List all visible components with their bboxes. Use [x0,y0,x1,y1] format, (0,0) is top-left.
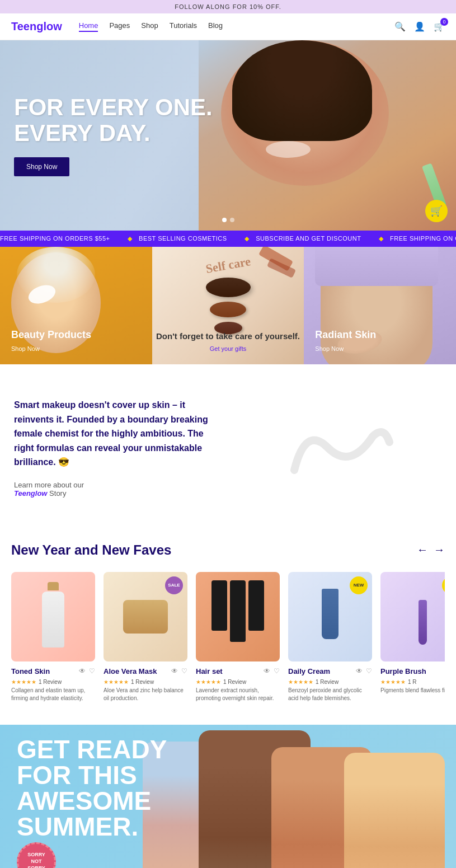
brush-visual [380,572,445,661]
nav-pages[interactable]: Pages [109,21,130,32]
compact-2 [210,302,246,317]
product-image-aloe[interactable]: SALE [104,572,187,661]
category-card-selfcare[interactable]: Self care Don't forget to take care of y… [152,247,304,364]
hero-dot-1[interactable] [222,218,227,222]
product-rating-3: ★★★★★ 1 Review [196,679,280,685]
nav-tutorials[interactable]: Tutorials [170,21,197,32]
product-name-1: Toned Skin [11,667,50,675]
ticker-item-4: FREE SHIPPING ON ORDERS $55+ [390,235,456,242]
product-desc-4: Benzoyl peroxide and glycolic acid help … [288,687,372,702]
about-section: Smart makeup doesn't cover up skin – it … [0,364,456,531]
ticker-item-1: FREE SHIPPING ON ORDERS $55+ [0,235,110,242]
product-image-brush[interactable]: NEW [380,572,445,661]
product-desc-5: Pigments blend flawless finish. [380,687,445,695]
product-header-1: Toned Skin 👁 ♡ [11,667,95,677]
wishlist-icon-4[interactable]: ♡ [366,667,372,675]
sale-badge: SALE [165,576,183,594]
summer-content: GET READY FOR THIS AWESOME SUMMER. SORRY… [0,725,184,868]
nav-home[interactable]: Home [79,21,98,32]
hero-dots [222,218,234,222]
stars-4: ★★★★★ [288,679,313,685]
wishlist-icon-3[interactable]: ♡ [274,667,280,675]
summer-line3: AWESOME [17,788,167,814]
brand-name[interactable]: Teenglow [14,489,47,498]
beauty-cta[interactable]: Shop Now [11,345,40,352]
product-actions-3: 👁 ♡ [264,667,280,675]
learn-more-label: Learn more about our [14,481,84,489]
bottle-shape-1 [42,592,64,648]
nav-arrows: ← → [417,543,445,556]
nav-links: Home Pages Shop Tutorials Blog [79,21,394,32]
logo[interactable]: Teenglow [11,20,62,33]
cart-count: 0 [440,18,448,26]
beauty-label: Beauty Products Shop Now [11,329,91,353]
wishlist-icon-2[interactable]: ♡ [181,667,187,675]
top-banner: FOLLOW ALONG FOR 10% OFF. [0,0,456,13]
new-badge-cream: NEW [350,576,368,594]
product-name-4: Daily Cream [288,667,330,675]
products-section: New Year and New Faves ← → Toned Skin 👁 … [0,531,456,725]
view-icon-4[interactable]: 👁 [356,667,363,675]
hero-smile [266,141,311,158]
view-icon-1[interactable]: 👁 [79,667,86,675]
product-header-5: Purple Brush 👁 ♡ [380,667,445,677]
product-header-4: Daily Cream 👁 ♡ [288,667,372,677]
search-icon[interactable]: 🔍 [394,21,406,32]
view-icon-2[interactable]: 👁 [171,667,178,675]
skin-label: Radiant Skin Shop Now [315,329,376,353]
product-image-hair[interactable] [196,572,280,661]
summer-line4: SUMMER. [17,814,167,839]
product-desc-1: Collagen and elastin team up, firming an… [11,687,95,702]
products-title: New Year and New Faves [11,542,171,558]
hero-cta-button[interactable]: Shop Now [14,157,69,176]
about-text: Smart makeup doesn't cover up skin – it … [14,398,220,498]
category-card-skin[interactable]: Radiant Skin Shop Now [304,247,456,364]
hero-title: FOR EVERY ONE. EVERY DAY. [14,95,213,146]
navigation: Teenglow Home Pages Shop Tutorials Blog … [0,13,456,40]
compact-1 [206,278,251,297]
category-card-beauty[interactable]: Beauty Products Shop Now [0,247,152,364]
jar-shape-1 [123,600,168,634]
product-image-toned-skin[interactable] [11,572,95,661]
ticker-bar: FREE SHIPPING ON ORDERS $55+ ◆ BEST SELL… [0,231,456,247]
selfcare-label: Don't forget to take care of yourself. G… [152,331,304,353]
product-actions-4: 👁 ♡ [356,667,372,675]
view-icon-3[interactable]: 👁 [264,667,270,675]
nav-shop[interactable]: Shop [141,21,158,32]
skin-title: Radiant Skin [315,329,376,341]
next-arrow[interactable]: → [434,543,445,556]
prev-arrow[interactable]: ← [417,543,428,556]
cart-icon[interactable]: 🛒 0 [434,21,445,32]
user-icon[interactable]: 👤 [414,21,425,32]
learn-more: Learn more about our Teenglow Story [14,481,220,498]
selfcare-cta[interactable]: Get your gifts [210,345,246,352]
product-desc-2: Aloe Vera and zinc help balance oil prod… [104,687,187,702]
ticker-diamond-3: ◆ [379,235,384,242]
hero-content: FOR EVERY ONE. EVERY DAY. Shop Now [0,95,213,176]
review-count-3: 1 Review [223,679,246,685]
nav-blog[interactable]: Blog [208,21,223,32]
squiggle-svg [283,414,395,481]
story-label: Story [49,489,66,498]
skin-cta[interactable]: Shop Now [315,345,344,352]
hero-dot-2[interactable] [230,218,234,222]
bottle-set-1 [196,572,280,642]
hero-section: FOR EVERY ONE. EVERY DAY. Shop Now 🛒 [0,40,456,231]
stars-5: ★★★★★ [380,679,406,685]
review-count-1: 1 Review [39,679,62,685]
hero-cart-button[interactable]: 🛒 [425,200,448,222]
product-card-toned-skin: Toned Skin 👁 ♡ ★★★★★ 1 Review Collagen a… [11,572,95,702]
stars-2: ★★★★★ [104,679,129,685]
product-name-2: Aloe Vera Mask [104,667,157,675]
product-image-cream[interactable]: NEW [288,572,372,661]
category-section: Beauty Products Shop Now Self care [0,247,456,364]
squiggle-container [237,414,443,481]
wishlist-icon-1[interactable]: ♡ [89,667,95,675]
product-rating-5: ★★★★★ 1 R [380,679,445,685]
product-header-3: Hair set 👁 ♡ [196,667,280,677]
product-name-3: Hair set [196,667,223,675]
summer-banner: GET READY FOR THIS AWESOME SUMMER. SORRY… [0,725,456,868]
stars-3: ★★★★★ [196,679,221,685]
hero-title-line1: FOR EVERY ONE. [14,95,213,120]
review-count-4: 1 Review [316,679,339,685]
